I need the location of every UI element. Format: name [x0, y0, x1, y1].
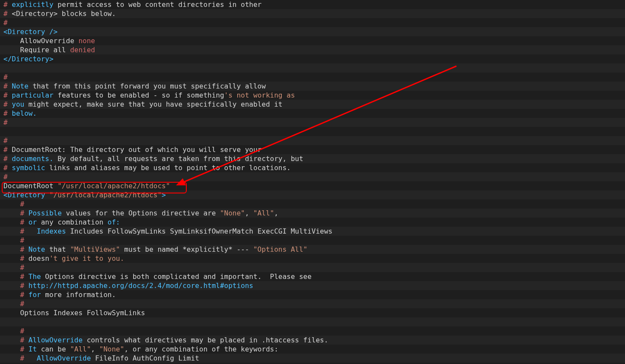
code-token: # [20, 291, 25, 299]
code-token: , [274, 209, 278, 217]
code-line[interactable]: # [0, 73, 625, 82]
code-line[interactable]: # below. [0, 109, 625, 118]
code-token [24, 282, 29, 290]
code-line[interactable]: # The Options directive is both complica… [0, 272, 625, 281]
code-token: # [20, 227, 25, 235]
code-line[interactable] [0, 127, 625, 136]
code-token: # [20, 354, 25, 362]
code-token: , or any combination of the keywords: [124, 345, 278, 353]
code-editor[interactable]: # explicitly permit access to web conten… [0, 0, 625, 364]
code-line[interactable]: # DocumentRoot: The directory out of whi… [0, 145, 625, 154]
code-line[interactable]: # [0, 18, 625, 27]
code-token: <Directory /> [3, 28, 57, 36]
code-token: # [3, 9, 8, 18]
code-token [3, 245, 20, 253]
code-line[interactable]: # for more information. [0, 290, 625, 299]
code-line[interactable]: Options Indexes FollowSymLinks [0, 308, 625, 317]
code-token: # [3, 73, 8, 81]
code-line[interactable]: # [0, 236, 625, 245]
code-token: features to be enabled - so if something [54, 91, 224, 99]
code-line[interactable]: # [0, 172, 625, 181]
code-token: might expect, make sure that you have sp… [24, 100, 282, 108]
code-token: # [3, 0, 8, 9]
code-token [8, 100, 12, 108]
code-token [8, 82, 12, 90]
code-line[interactable]: # It can be "All", "None", or any combin… [0, 345, 625, 354]
code-line[interactable] [0, 63, 625, 73]
code-token: # [3, 109, 8, 117]
code-line[interactable]: # Note that "MultiViews" must be named *… [0, 245, 625, 254]
code-line[interactable]: # http://httpd.apache.org/docs/2.4/mod/c… [0, 281, 625, 290]
code-token: doesn [24, 254, 49, 263]
code-token: documents. [12, 155, 53, 163]
code-line[interactable]: # doesn't give it to you. [0, 254, 625, 263]
code-token: DocumentRoot: The directory out of which… [8, 146, 262, 154]
code-line[interactable]: # particular features to be enabled - so… [0, 91, 625, 100]
code-token: Options directive is both complicated an… [41, 272, 312, 281]
code-token: or [29, 218, 37, 226]
code-token [8, 0, 12, 9]
code-token: "All" [70, 345, 91, 353]
code-token: It [29, 345, 37, 353]
code-token [3, 345, 20, 353]
code-token: AllowOverride [37, 354, 91, 362]
code-line[interactable]: # <Directory> blocks below. [0, 9, 625, 18]
code-token [24, 291, 29, 299]
code-line[interactable]: <Directory "/usr/local/apache2/htdocs"> [0, 190, 625, 199]
code-token: By default, all requests are taken from … [54, 155, 303, 163]
code-line[interactable]: # documents. By default, all requests ar… [0, 154, 625, 163]
code-token: "/usr/local/apache2/htdocs" [57, 182, 170, 190]
code-line[interactable]: # you might expect, make sure that you h… [0, 100, 625, 109]
code-token: "Options All" [253, 245, 307, 253]
code-token: "/usr/local/apache2/htdocs" [49, 191, 162, 199]
code-token: # [20, 245, 25, 253]
code-token [3, 236, 20, 244]
code-token: particular [12, 91, 53, 99]
code-token: # [20, 282, 25, 290]
code-token: FileInfo AuthConfig Limit [91, 354, 199, 362]
code-token: for [29, 291, 41, 299]
code-token [3, 291, 20, 299]
code-line[interactable]: AllowOverride none [0, 36, 625, 45]
code-line[interactable]: # [0, 263, 625, 272]
code-token [3, 218, 20, 226]
code-token: # [20, 300, 25, 308]
code-token [3, 209, 20, 217]
code-token: "None" [99, 345, 124, 353]
code-line[interactable]: # symbolic links and aliases may be used… [0, 163, 625, 172]
code-line[interactable]: # [0, 118, 625, 127]
code-line[interactable]: DocumentRoot "/usr/local/apache2/htdocs" [0, 181, 625, 190]
code-token: that [45, 245, 70, 253]
code-token: "All" [253, 209, 274, 217]
code-token: # [20, 254, 25, 263]
code-line[interactable]: Require all denied [0, 45, 625, 54]
code-token: "None" [220, 209, 245, 217]
code-line[interactable]: # AllowOverride controls what directives… [0, 336, 625, 345]
code-line[interactable]: # [0, 136, 625, 145]
code-line[interactable]: # Indexes Includes FollowSymLinks SymLin… [0, 227, 625, 236]
code-line[interactable]: # explicitly permit access to web conten… [0, 0, 625, 9]
code-token: Includes FollowSymLinks SymLinksifOwnerM… [66, 227, 333, 235]
code-token: Indexes [37, 227, 66, 235]
code-token: AllowOverride [29, 336, 83, 344]
code-token: # [3, 118, 8, 127]
code-line[interactable]: # [0, 326, 625, 336]
code-token: explicitly [12, 0, 53, 9]
code-line[interactable]: </Directory> [0, 54, 625, 63]
code-line[interactable]: # Possible values for the Options direct… [0, 209, 625, 218]
code-token: http://httpd.apache.org/docs/2.4/mod/cor… [29, 282, 253, 290]
code-token [3, 272, 20, 281]
code-line[interactable] [0, 317, 625, 326]
code-line[interactable]: # [0, 199, 625, 209]
code-token [3, 200, 20, 208]
code-token [24, 272, 29, 281]
code-line[interactable]: # [0, 299, 625, 308]
code-line[interactable]: # or any combination of: [0, 218, 625, 227]
code-token: # [20, 263, 25, 272]
code-token: # [20, 209, 25, 217]
code-line[interactable]: <Directory /> [0, 27, 625, 36]
code-token [8, 109, 12, 117]
code-line[interactable]: # AllowOverride FileInfo AuthConfig Limi… [0, 354, 625, 363]
code-token [24, 209, 29, 217]
code-line[interactable]: # Note that from this point forward you … [0, 82, 625, 91]
